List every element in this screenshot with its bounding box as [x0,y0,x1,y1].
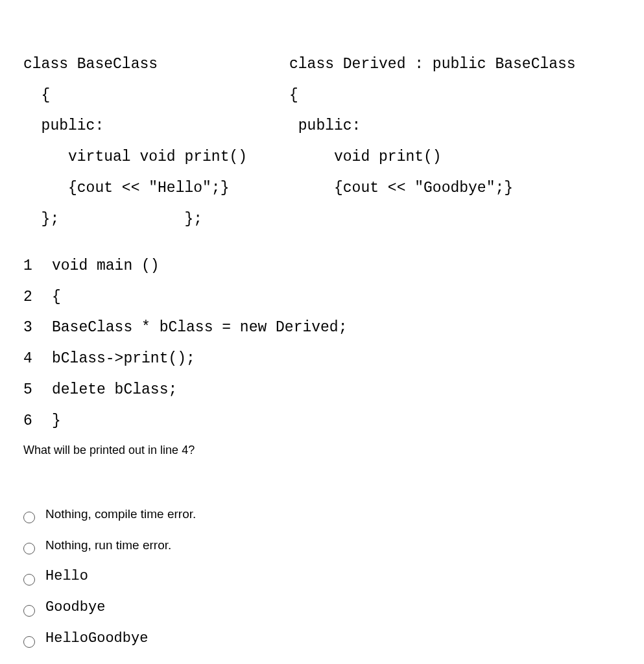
option-label: Hello [45,568,88,584]
option-5[interactable]: HelloGoodbye [23,631,621,652]
radio-icon[interactable] [23,574,35,586]
code-line: {cout << "Goodbye";} [289,180,513,196]
main-function-code: 1 void main () 2 { 3 BaseClass * bClass … [23,251,621,437]
radio-icon[interactable] [23,512,35,523]
radio-icon[interactable] [23,543,35,554]
radio-icon[interactable] [23,636,35,648]
code-line: public: [289,117,361,134]
code-line: void print() [289,148,442,165]
code-line: { [23,87,50,104]
code-line: { [289,87,298,104]
line-number: 6 [23,406,52,437]
code-row: 5 delete bClass; [23,375,621,406]
code-line: virtual void print() [23,148,247,165]
code-row: 4 bClass->print(); [23,344,621,375]
option-4[interactable]: Goodbye [23,600,621,621]
option-label: Nothing, run time error. [45,538,171,552]
code-line: public: [23,117,104,134]
code-row: 2 { [23,282,621,313]
code-text: } [52,406,61,437]
code-text: BaseClass * bClass = new Derived; [52,313,347,344]
code-row: 6 } [23,406,621,437]
code-text: void main () [52,251,160,282]
code-line: {cout << "Hello";} [23,180,229,196]
radio-icon[interactable] [23,605,35,617]
option-label: HelloGoodbye [45,630,148,646]
code-text: bClass->print(); [52,344,195,375]
option-label: Goodbye [45,599,105,615]
question-prompt: What will be printed out in line 4? [23,444,621,457]
line-number: 4 [23,344,52,375]
code-line: class BaseClass [23,56,158,73]
code-line: }; }; [23,211,202,228]
code-text: { [52,282,61,313]
derived-class-code: class Derived : public BaseClass { publi… [289,18,621,235]
line-number: 3 [23,313,52,344]
code-text: delete bClass; [52,375,177,406]
code-row: 1 void main () [23,251,621,282]
option-label: Nothing, compile time error. [45,507,196,521]
code-class-definitions: class BaseClass { public: virtual void p… [23,18,621,235]
option-3[interactable]: Hello [23,569,621,589]
line-number: 1 [23,251,52,282]
code-line: class Derived : public BaseClass [289,56,576,73]
option-2[interactable]: Nothing, run time error. [23,538,621,558]
line-number: 5 [23,375,52,406]
option-1[interactable]: Nothing, compile time error. [23,506,621,527]
answer-options: Nothing, compile time error. Nothing, ru… [23,506,621,652]
base-class-code: class BaseClass { public: virtual void p… [23,18,289,235]
line-number: 2 [23,282,52,313]
code-row: 3 BaseClass * bClass = new Derived; [23,313,621,344]
